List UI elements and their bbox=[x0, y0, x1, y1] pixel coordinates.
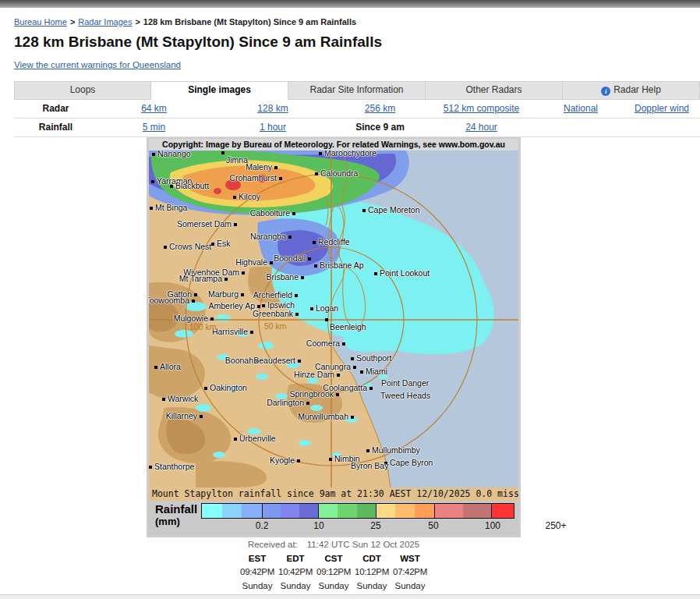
town-label: Toowoomba bbox=[149, 296, 189, 305]
town-label: Hinze Dam bbox=[294, 370, 334, 379]
town-dot-icon bbox=[310, 307, 313, 310]
town-label: Maroochydore bbox=[324, 151, 377, 158]
nav-link-128-km[interactable]: 128 km bbox=[257, 103, 288, 114]
town-label: Oakington bbox=[210, 383, 247, 392]
tab-radar-help[interactable]: iRadar Help bbox=[563, 81, 700, 100]
range-ring-label: 100 km bbox=[189, 322, 216, 331]
town-dot-icon bbox=[279, 177, 282, 180]
legend-color-cell bbox=[492, 504, 514, 518]
nav-link-256-km[interactable]: 256 km bbox=[365, 103, 395, 114]
town-dot-icon bbox=[241, 293, 244, 296]
town-label: Archerfield bbox=[253, 290, 292, 300]
town-label: Mt Tarampa bbox=[179, 274, 222, 283]
range-ring-label: 50 km bbox=[264, 321, 287, 331]
timezone-column-est: EST09:42PMSunday bbox=[239, 552, 277, 593]
timezone-day: Sunday bbox=[277, 579, 315, 593]
town-dot-icon bbox=[292, 212, 295, 215]
timezone-column-cdt: CDT10:12PMSunday bbox=[353, 552, 391, 593]
info-icon: i bbox=[601, 87, 610, 96]
radar-map: NanangoJimnaMalenyMaroochydoreCaloundraY… bbox=[149, 151, 518, 487]
town-dot-icon bbox=[250, 331, 253, 334]
town-label: Amberley Ap bbox=[208, 301, 255, 310]
town-label: Jimna bbox=[226, 155, 248, 165]
legend-color-cell bbox=[395, 504, 415, 518]
timezone-code: CST bbox=[315, 552, 353, 565]
timezone-time: 10:12PM bbox=[353, 565, 391, 579]
town-label: Boondall bbox=[274, 253, 306, 263]
nav-link-5-min[interactable]: 5 min bbox=[143, 122, 165, 133]
nav-empty-cell bbox=[624, 119, 700, 136]
nav-link-1-hour[interactable]: 1 hour bbox=[260, 122, 286, 133]
tab-radar-site-information[interactable]: Radar Site Information bbox=[288, 81, 426, 100]
timezone-column-cst: CST09:12PMSunday bbox=[315, 552, 353, 593]
town-label: Blackbutt bbox=[175, 181, 209, 190]
nav-link-512-km-composite[interactable]: 512 km composite bbox=[444, 103, 519, 114]
town-dot-icon bbox=[151, 180, 154, 183]
town-label: Beaudesert bbox=[253, 356, 295, 365]
town-dot-icon bbox=[192, 300, 195, 303]
timezone-time: 09:42PM bbox=[239, 565, 277, 579]
town-dot-icon bbox=[274, 166, 278, 169]
town-label: Allora bbox=[160, 362, 181, 371]
current-warnings-link[interactable]: View the current warnings for Queensland bbox=[14, 60, 181, 69]
town-dot-icon bbox=[306, 402, 309, 405]
legend-tick-label: 10 bbox=[313, 520, 323, 531]
timezone-column-edt: EDT10:42PMSunday bbox=[277, 552, 315, 593]
town-dot-icon bbox=[233, 196, 236, 199]
town-dot-icon bbox=[297, 459, 300, 463]
town-label: Greenbank bbox=[253, 309, 293, 318]
town-dot-icon bbox=[221, 151, 224, 154]
town-dot-icon bbox=[319, 152, 322, 155]
radar-nav-table: LoopsSingle imagesRadar Site Information… bbox=[14, 81, 700, 137]
legend-section bbox=[491, 504, 514, 518]
town-dot-icon bbox=[270, 261, 273, 264]
town-dot-icon bbox=[301, 276, 304, 279]
tab-single-images[interactable]: Single images bbox=[151, 81, 288, 100]
town-dot-icon bbox=[353, 366, 356, 369]
legend-section bbox=[434, 504, 492, 518]
legend-color-cell bbox=[435, 504, 463, 518]
nav-link-64-km[interactable]: 64 km bbox=[141, 103, 167, 114]
town-label: Logan bbox=[316, 303, 338, 313]
town-dot-icon bbox=[194, 293, 197, 296]
town-dot-icon bbox=[204, 387, 207, 390]
town-label: Murwillumbah bbox=[298, 412, 348, 421]
town-dot-icon bbox=[162, 398, 165, 401]
legend-section bbox=[262, 504, 319, 518]
town-label: Redcliffe bbox=[318, 237, 350, 246]
legend-color-cell bbox=[357, 504, 376, 518]
town-label: Kyogle bbox=[270, 455, 295, 465]
town-label: Mullumbimby bbox=[372, 445, 420, 455]
nav-current-selection: Since 9 am bbox=[335, 119, 425, 136]
town-label: Point Lookout bbox=[380, 268, 430, 278]
breadcrumb-link-bureau-home[interactable]: Bureau Home bbox=[14, 17, 67, 27]
town-dot-icon bbox=[295, 313, 299, 316]
town-dot-icon bbox=[242, 271, 245, 275]
town-dot-icon bbox=[336, 393, 339, 396]
nav-link-doppler-wind[interactable]: Doppler wind bbox=[635, 103, 689, 114]
tab-other-radars[interactable]: Other Radars bbox=[426, 81, 563, 100]
timezone-day: Sunday bbox=[353, 579, 391, 593]
town-label: Warwick bbox=[168, 394, 198, 403]
rainfall-legend: Rainfall (mm) 0.2102550100250+ bbox=[149, 501, 518, 535]
town-dot-icon bbox=[351, 357, 354, 360]
nav-link-24-hour[interactable]: 24 hour bbox=[465, 122, 497, 133]
town-dot-icon bbox=[329, 458, 332, 461]
timezone-day: Sunday bbox=[315, 579, 353, 593]
town-label: Southport bbox=[356, 353, 392, 363]
timezone-column-wst: WST07:42PMSunday bbox=[391, 552, 430, 593]
town-dot-icon bbox=[164, 246, 167, 249]
tab-loops[interactable]: Loops bbox=[14, 81, 151, 100]
legend-color-cell bbox=[377, 504, 396, 518]
legend-title: Rainfall bbox=[155, 502, 197, 516]
legend-tick-label: 50 bbox=[428, 520, 438, 531]
town-label: Darlington bbox=[267, 398, 304, 407]
town-dot-icon bbox=[149, 466, 152, 469]
town-dot-icon bbox=[369, 387, 373, 390]
timezone-code: CDT bbox=[353, 552, 391, 565]
breadcrumb-link-radar-images[interactable]: Radar Images bbox=[78, 17, 132, 27]
nav-link-national[interactable]: National bbox=[564, 103, 598, 114]
legend-tick-label: 25 bbox=[370, 520, 380, 531]
received-at-value: 11:42 UTC Sun 12 Oct 2025 bbox=[307, 540, 419, 549]
town-label: Nanango bbox=[157, 151, 191, 158]
